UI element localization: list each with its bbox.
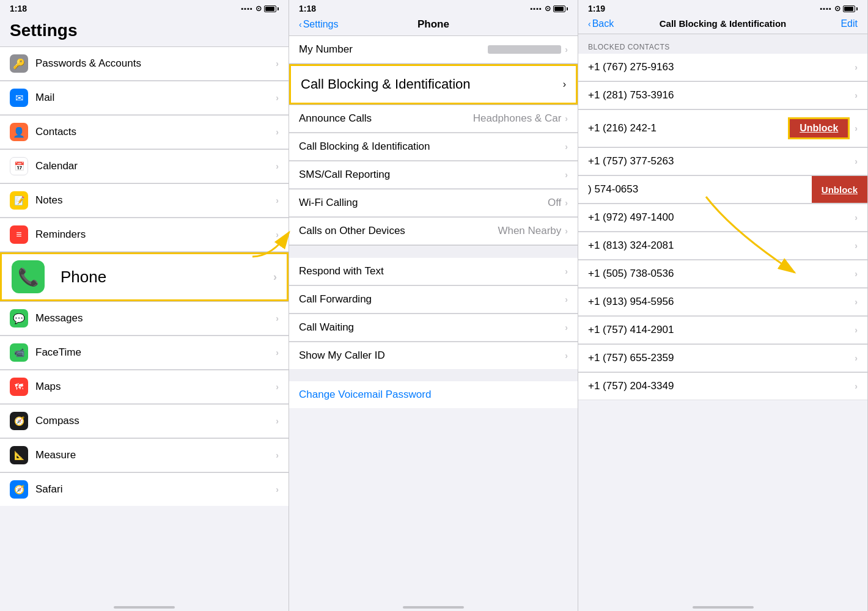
- blocked-contact-5[interactable]: ) 574-0653 › Unblock: [578, 176, 867, 203]
- settings-item-contacts[interactable]: 👤 Contacts ›: [0, 115, 289, 149]
- messages-chevron: ›: [276, 313, 279, 323]
- back-chevron-3: ‹: [588, 19, 591, 29]
- call-blocking-edit-button[interactable]: Edit: [840, 18, 858, 29]
- blocked-contacts-title: BLOCKED CONTACTS: [588, 43, 670, 51]
- settings-item-reminders[interactable]: ≡ Reminders ›: [0, 218, 289, 252]
- signal-icon: ▪▪▪▪: [241, 5, 253, 12]
- blocked-contact-3[interactable]: +1 (216) 242-1 Unblock ›: [578, 110, 867, 147]
- call-blocking-id-item[interactable]: Call Blocking & Identification ›: [289, 133, 578, 161]
- facetime-icon: 📹: [10, 343, 28, 362]
- call-waiting-chevron: ›: [565, 323, 568, 332]
- contact-chevron-9: ›: [855, 297, 858, 307]
- unblock-slide-label[interactable]: Unblock: [822, 185, 858, 195]
- settings-item-notes[interactable]: 📝 Notes ›: [0, 184, 289, 218]
- contact-chevron-3: ›: [855, 123, 858, 133]
- settings-item-maps[interactable]: 🗺 Maps ›: [0, 370, 289, 404]
- reminders-chevron: ›: [276, 230, 279, 240]
- respond-with-text-item[interactable]: Respond with Text ›: [289, 258, 578, 285]
- back-label[interactable]: Settings: [303, 19, 339, 30]
- settings-panel: 1:18 ▪▪▪▪ ⊙ Settings 🔑: [0, 0, 289, 611]
- compass-chevron: ›: [276, 416, 279, 426]
- passwords-chevron: ›: [276, 59, 279, 68]
- settings-item-calendar[interactable]: 📅 Calendar ›: [0, 150, 289, 183]
- blocked-contact-8[interactable]: +1 (505) 738-0536 ›: [578, 260, 867, 288]
- call-blocking-highlight: Call Blocking & Identification ›: [289, 64, 578, 104]
- messages-icon: 💬: [10, 309, 28, 327]
- home-indicator-2: [289, 599, 578, 611]
- contact-number-12: +1 (757) 204-3349: [588, 380, 855, 392]
- calls-other-devices-chevron: ›: [565, 226, 568, 236]
- phone-nav-back[interactable]: ‹ Settings: [299, 19, 338, 30]
- status-bar-1: 1:18 ▪▪▪▪ ⊙: [0, 0, 289, 16]
- phone-panel: 1:18 ▪▪▪▪ ⊙ ‹ Settings Phone: [289, 0, 578, 611]
- blocked-contact-6[interactable]: +1 (972) 497-1400 ›: [578, 204, 867, 232]
- passwords-icon: 🔑: [10, 54, 28, 73]
- blocked-contact-2[interactable]: +1 (281) 753-3916 ›: [578, 82, 867, 109]
- contact-chevron-4: ›: [855, 156, 858, 166]
- settings-item-mail[interactable]: ✉ Mail ›: [0, 81, 289, 115]
- blocked-contacts-section: +1 (767) 275-9163 › +1 (281) 753-3916 › …: [578, 54, 867, 400]
- settings-item-safari[interactable]: 🧭 Safari ›: [0, 473, 289, 506]
- settings-item-measure[interactable]: 📐 Measure ›: [0, 439, 289, 472]
- my-number-value: [488, 45, 561, 54]
- measure-icon: 📐: [10, 446, 28, 464]
- call-blocking-nav-back[interactable]: ‹ Back: [588, 18, 614, 29]
- time-2: 1:18: [299, 4, 316, 13]
- call-waiting-item[interactable]: Call Waiting ›: [289, 314, 578, 342]
- maps-label: Maps: [35, 381, 276, 393]
- status-icons-3: ▪▪▪▪ ⊙: [820, 4, 858, 13]
- blocked-contact-9[interactable]: +1 (913) 954-5956 ›: [578, 288, 867, 316]
- settings-item-facetime[interactable]: 📹 FaceTime ›: [0, 336, 289, 370]
- phone-list: My Number › Call Blocking & Identificati…: [289, 36, 578, 599]
- my-number-label: My Number: [299, 43, 488, 56]
- call-blocking-nav-title: Call Blocking & Identification: [660, 18, 787, 29]
- announce-calls-item[interactable]: Announce Calls Headphones & Car ›: [289, 105, 578, 133]
- settings-list: 🔑 Passwords & Accounts › ✉ Mail › 👤: [0, 47, 289, 599]
- phone-section-top: My Number ›: [289, 36, 578, 64]
- notes-label: Notes: [35, 194, 276, 207]
- passwords-label: Passwords & Accounts: [35, 57, 276, 70]
- show-my-caller-id-chevron: ›: [565, 351, 568, 360]
- contact-number-6: +1 (972) 497-1400: [588, 211, 855, 224]
- calls-other-devices-item[interactable]: Calls on Other Devices When Nearby ›: [289, 218, 578, 245]
- settings-item-phone[interactable]: 📞 Phone ›: [2, 254, 287, 299]
- blocked-contact-7[interactable]: +1 (813) 324-2081 ›: [578, 232, 867, 260]
- contacts-chevron: ›: [276, 127, 279, 137]
- compass-icon: 🧭: [10, 412, 28, 430]
- contact-chevron-11: ›: [855, 353, 858, 363]
- measure-label: Measure: [35, 449, 276, 461]
- announce-calls-chevron: ›: [565, 114, 568, 123]
- settings-item-passwords[interactable]: 🔑 Passwords & Accounts ›: [0, 47, 289, 81]
- settings-item-compass[interactable]: 🧭 Compass ›: [0, 404, 289, 438]
- blocked-contact-1[interactable]: +1 (767) 275-9163 ›: [578, 54, 867, 81]
- call-forwarding-item[interactable]: Call Forwarding ›: [289, 286, 578, 313]
- contact-chevron-1: ›: [855, 62, 858, 72]
- phone-section-middle: Announce Calls Headphones & Car › Call B…: [289, 105, 578, 246]
- phone-chevron: ›: [273, 271, 277, 284]
- blocked-contacts-list: BLOCKED CONTACTS +1 (767) 275-9163 › +1 …: [578, 34, 867, 599]
- status-bar-2: 1:18 ▪▪▪▪ ⊙: [289, 0, 578, 16]
- time-1: 1:18: [10, 4, 27, 13]
- unblock-highlight-box: Unblock: [788, 117, 850, 139]
- blocked-contact-12[interactable]: +1 (757) 204-3349 ›: [578, 373, 867, 400]
- settings-item-messages[interactable]: 💬 Messages ›: [0, 302, 289, 335]
- change-voicemail-item[interactable]: Change Voicemail Password: [289, 381, 578, 408]
- blocked-contact-4[interactable]: +1 (757) 377-5263 ›: [578, 148, 867, 175]
- call-blocking-main-item[interactable]: Call Blocking & Identification ›: [291, 66, 576, 103]
- my-number-item[interactable]: My Number ›: [289, 36, 578, 64]
- sms-call-reporting-item[interactable]: SMS/Call Reporting ›: [289, 161, 578, 189]
- back-label-3[interactable]: Back: [592, 18, 614, 29]
- blocked-contact-10[interactable]: +1 (757) 414-2901 ›: [578, 316, 867, 344]
- compass-label: Compass: [35, 415, 276, 427]
- section-gap-2: [289, 369, 578, 381]
- contact-chevron-12: ›: [855, 381, 858, 391]
- edit-label[interactable]: Edit: [840, 18, 858, 29]
- wifi-calling-item[interactable]: Wi-Fi Calling Off ›: [289, 189, 578, 217]
- battery-icon: [264, 5, 279, 12]
- blocked-contact-11[interactable]: +1 (757) 655-2359 ›: [578, 345, 867, 372]
- unblock-slide-button[interactable]: Unblock: [812, 176, 867, 203]
- contact-number-8: +1 (505) 738-0536: [588, 268, 855, 280]
- reminders-label: Reminders: [35, 229, 276, 241]
- show-my-caller-id-item[interactable]: Show My Caller ID ›: [289, 342, 578, 369]
- unblock-button-highlighted[interactable]: Unblock: [790, 119, 848, 137]
